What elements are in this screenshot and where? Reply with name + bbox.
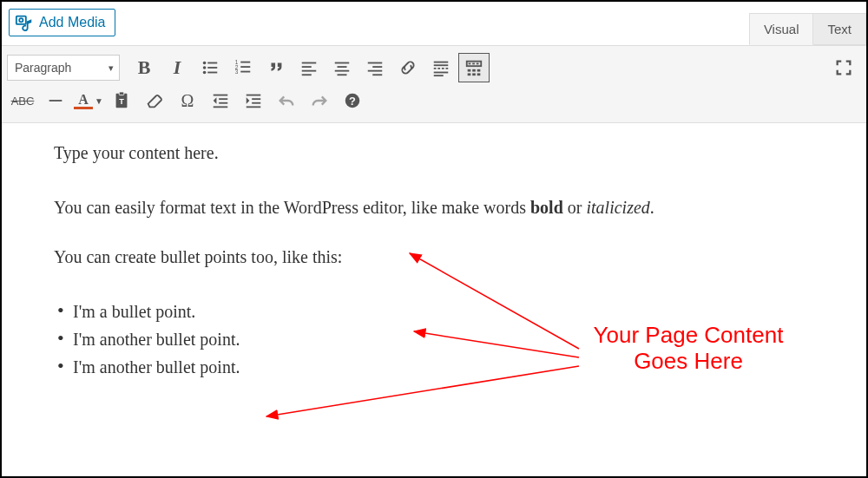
svg-rect-5 — [207, 67, 217, 69]
numbered-list-icon: 123 — [233, 58, 253, 77]
tab-text[interactable]: Text — [812, 13, 866, 45]
redo-button[interactable] — [304, 86, 335, 115]
strikethrough-button[interactable]: ABC — [7, 86, 38, 115]
camera-music-icon — [15, 13, 34, 32]
svg-rect-7 — [207, 72, 217, 74]
text-color-button[interactable]: A ▼ — [73, 86, 104, 115]
svg-rect-20 — [335, 70, 350, 72]
svg-rect-31 — [469, 63, 471, 65]
svg-rect-22 — [368, 62, 383, 64]
svg-rect-51 — [247, 106, 261, 108]
media-bar: Add Media Visual Text — [2, 2, 866, 45]
bold-button[interactable]: B — [128, 53, 160, 82]
format-selected-label: Paragraph — [15, 61, 71, 75]
align-left-button[interactable] — [293, 53, 325, 82]
content-paragraph: Type your content here. — [54, 141, 814, 166]
read-more-button[interactable] — [425, 53, 457, 82]
redo-icon — [310, 91, 329, 110]
svg-point-1 — [19, 18, 23, 22]
indent-button[interactable] — [238, 86, 269, 115]
tab-visual[interactable]: Visual — [749, 13, 814, 45]
editor-content-area[interactable]: Type your content here. You can easily f… — [2, 123, 866, 400]
svg-rect-46 — [219, 102, 227, 104]
blockquote-button[interactable] — [260, 53, 292, 82]
list-item: I'm another bullet point. — [57, 355, 814, 380]
chevron-down-icon: ▼ — [95, 96, 103, 106]
special-character-button[interactable]: Ω — [172, 86, 203, 115]
toolbar-row-2: ABC A ▼ T Ω — [7, 84, 861, 117]
bullet-list: I'm a bullet point. I'm another bullet p… — [54, 299, 814, 380]
toolbar-row-1: Paragraph B I 123 — [7, 51, 861, 84]
svg-rect-40 — [49, 100, 62, 101]
undo-icon — [277, 91, 296, 110]
bullet-list-button[interactable] — [194, 53, 226, 82]
numbered-list-button[interactable]: 123 — [227, 53, 259, 82]
fullscreen-icon — [834, 58, 853, 77]
svg-rect-38 — [472, 73, 476, 75]
svg-rect-14 — [302, 62, 317, 64]
list-item: I'm a bullet point. — [57, 299, 814, 324]
fullscreen-button[interactable] — [828, 53, 859, 82]
add-media-button[interactable]: Add Media — [9, 9, 115, 36]
eraser-icon — [145, 91, 164, 110]
align-right-button[interactable] — [359, 53, 391, 82]
svg-rect-35 — [472, 69, 476, 72]
svg-rect-29 — [434, 75, 444, 76]
outdent-button[interactable] — [205, 86, 236, 115]
italic-text: italicized — [586, 198, 649, 217]
editor-wrapper: Add Media Visual Text Paragraph B I 123 — [0, 0, 868, 478]
toolbar-toggle-button[interactable] — [458, 53, 490, 82]
align-right-icon — [365, 58, 385, 77]
align-center-button[interactable] — [326, 53, 358, 82]
horizontal-rule-button[interactable] — [40, 86, 71, 115]
svg-rect-23 — [372, 66, 382, 68]
svg-rect-0 — [16, 16, 26, 24]
clipboard-t-icon: T — [112, 91, 131, 110]
svg-rect-48 — [247, 95, 261, 96]
format-dropdown[interactable]: Paragraph — [7, 55, 120, 81]
svg-rect-13 — [240, 71, 250, 73]
bullet-list-icon — [201, 58, 220, 77]
svg-rect-27 — [434, 64, 449, 66]
link-icon — [398, 58, 418, 77]
paste-text-button[interactable]: T — [106, 86, 137, 115]
svg-rect-16 — [302, 70, 317, 72]
outdent-icon — [211, 91, 230, 110]
editor-tabs: Visual Text — [750, 13, 866, 45]
svg-rect-47 — [214, 106, 228, 108]
svg-rect-36 — [477, 69, 481, 72]
clear-formatting-button[interactable] — [139, 86, 170, 115]
hr-icon — [46, 91, 65, 110]
svg-rect-34 — [468, 69, 471, 72]
align-left-icon — [299, 58, 319, 77]
text: or — [563, 198, 587, 217]
list-item: I'm another bullet point. — [57, 327, 814, 352]
kitchen-sink-icon — [464, 58, 483, 77]
text: You can easily format text in the WordPr… — [54, 198, 530, 217]
svg-text:?: ? — [349, 95, 356, 108]
italic-button[interactable]: I — [161, 53, 193, 82]
svg-rect-28 — [434, 72, 449, 74]
svg-rect-24 — [368, 70, 383, 72]
svg-rect-19 — [338, 66, 347, 68]
help-icon: ? — [343, 91, 362, 110]
svg-rect-32 — [472, 63, 475, 65]
add-media-label: Add Media — [39, 15, 106, 30]
undo-button[interactable] — [271, 86, 302, 115]
svg-rect-11 — [240, 66, 250, 68]
content-paragraph: You can create bullet points too, like t… — [54, 245, 814, 270]
help-button[interactable]: ? — [337, 86, 368, 115]
svg-rect-49 — [252, 98, 260, 100]
svg-rect-26 — [434, 62, 449, 63]
quote-icon — [266, 58, 286, 77]
svg-rect-37 — [468, 73, 471, 75]
svg-text:3: 3 — [235, 69, 239, 75]
text-color-icon: A — [74, 92, 93, 109]
svg-rect-21 — [338, 74, 347, 75]
svg-rect-39 — [477, 73, 481, 75]
svg-rect-9 — [240, 62, 250, 63]
bold-text: bold — [530, 198, 563, 217]
svg-rect-18 — [335, 62, 350, 64]
svg-rect-17 — [302, 74, 312, 75]
link-button[interactable] — [392, 53, 424, 82]
